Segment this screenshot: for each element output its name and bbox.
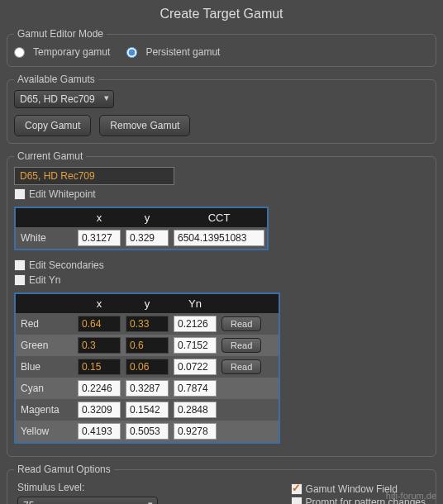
read-green-button[interactable]: Read	[222, 338, 261, 353]
ct-blue-y-input[interactable]	[126, 359, 169, 375]
edit-whitepoint-checkbox[interactable]	[14, 188, 26, 200]
ct-row-label: Green	[16, 335, 75, 356]
ct-corner	[16, 294, 75, 313]
ct-red-x-input[interactable]	[78, 316, 121, 332]
ct-row-label: Magenta	[16, 399, 75, 421]
ct-green-y-input[interactable]	[126, 337, 169, 354]
ct-cyan-x-input[interactable]	[78, 380, 121, 397]
ct-blue-yn-input[interactable]	[174, 359, 217, 375]
edit-yn-label: Edit Yn	[29, 274, 60, 286]
temporary-gamut-radio[interactable]	[14, 47, 25, 58]
gamut-window-field-checkbox[interactable]	[291, 483, 302, 495]
wp-col-y: y	[123, 208, 171, 227]
window-title: Create Target Gamut	[0, 0, 443, 25]
ct-magenta-yn-input[interactable]	[174, 402, 217, 418]
read-gamut-options-group: Read Gamut Options Stimulus Level: 75 Ga…	[7, 464, 436, 504]
ct-red-yn-input[interactable]	[174, 316, 217, 332]
stimulus-level-select[interactable]: 75	[17, 497, 158, 504]
available-gamuts-legend: Available Gamuts	[14, 74, 98, 85]
ct-yellow-y-input[interactable]	[126, 423, 169, 440]
persistent-gamut-label: Persistent gamut	[145, 46, 220, 58]
current-gamut-group: Current Gamut Edit Whitepoint x y CCT Wh…	[7, 150, 436, 457]
watermark: hifi-forum.de	[386, 491, 436, 501]
ct-red-y-input[interactable]	[126, 316, 169, 332]
available-gamuts-group: Available Gamuts D65, HD Rec709 Copy Gam…	[7, 74, 436, 144]
ct-row-label: Red	[16, 313, 75, 335]
ct-magenta-y-input[interactable]	[126, 402, 169, 418]
prompt-pattern-checkbox[interactable]	[291, 497, 302, 504]
read-gamut-options-legend: Read Gamut Options	[14, 464, 114, 475]
gamut-name-input[interactable]	[14, 167, 174, 185]
ct-yellow-x-input[interactable]	[78, 423, 121, 440]
wp-row-label: White	[16, 227, 75, 249]
ct-col-x: x	[75, 294, 123, 313]
edit-secondaries-label: Edit Secondaries	[29, 259, 104, 271]
whitepoint-table: x y CCT White	[14, 207, 269, 250]
remove-gamut-button[interactable]: Remove Gamut	[99, 115, 190, 136]
wp-col-cct: CCT	[171, 208, 267, 227]
edit-whitepoint-label: Edit Whitepoint	[29, 188, 96, 200]
edit-yn-checkbox[interactable]	[14, 274, 26, 286]
temporary-gamut-label: Temporary gamut	[33, 46, 110, 58]
ct-green-yn-input[interactable]	[174, 337, 217, 354]
ct-magenta-x-input[interactable]	[78, 402, 121, 418]
copy-gamut-button[interactable]: Copy Gamut	[14, 115, 91, 136]
ct-row-label: Blue	[16, 356, 75, 378]
ct-cyan-y-input[interactable]	[126, 380, 169, 397]
ct-row-label: Yellow	[16, 421, 75, 442]
persistent-gamut-radio[interactable]	[126, 47, 137, 58]
color-table: x y Yn RedReadGreenReadBlueReadCyanMagen…	[14, 292, 280, 444]
ct-row-label: Cyan	[16, 378, 75, 399]
ct-green-x-input[interactable]	[78, 337, 121, 354]
wp-cct-input[interactable]	[174, 230, 264, 246]
stimulus-level-label: Stimulus Level:	[17, 482, 158, 493]
wp-col-x: x	[75, 208, 123, 227]
read-red-button[interactable]: Read	[222, 316, 261, 331]
available-gamut-select[interactable]: D65, HD Rec709	[14, 90, 114, 108]
edit-secondaries-checkbox[interactable]	[14, 259, 26, 271]
gamut-editor-mode-group: Gamut Editor Mode Temporary gamut Persis…	[7, 28, 436, 67]
current-gamut-legend: Current Gamut	[14, 150, 86, 162]
ct-cyan-yn-input[interactable]	[174, 380, 217, 397]
ct-col-y: y	[123, 294, 171, 313]
read-blue-button[interactable]: Read	[222, 359, 261, 374]
ct-yellow-yn-input[interactable]	[174, 423, 217, 440]
gamut-editor-mode-legend: Gamut Editor Mode	[14, 28, 107, 40]
gamut-window-field-label: Gamut Window Field	[306, 483, 398, 495]
ct-col-yn: Yn	[171, 294, 219, 313]
wp-y-input[interactable]	[126, 230, 169, 246]
ct-blue-x-input[interactable]	[78, 359, 121, 375]
wp-x-input[interactable]	[78, 230, 121, 246]
ct-col-read	[219, 294, 279, 313]
wp-corner	[16, 208, 75, 227]
